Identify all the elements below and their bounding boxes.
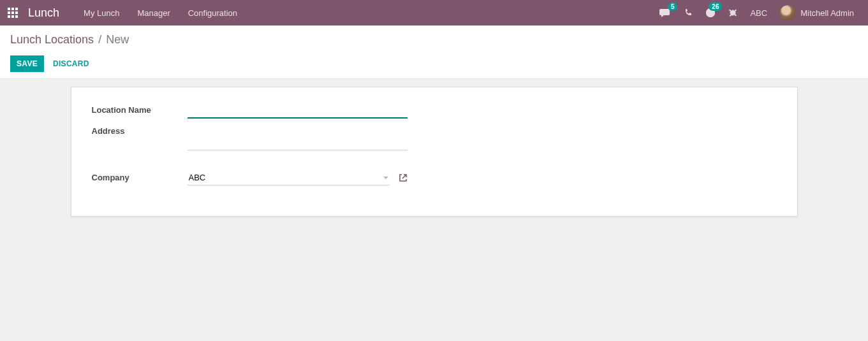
nav-manager[interactable]: Manager — [128, 0, 179, 25]
address-input[interactable] — [188, 124, 408, 150]
button-row: SAVE DISCARD — [10, 55, 858, 72]
activities-icon[interactable]: 26 — [699, 0, 722, 25]
messages-icon[interactable]: 5 — [653, 0, 677, 25]
user-menu[interactable]: Mitchell Admin — [774, 0, 860, 25]
form-sheet: Location Name Address Company — [71, 87, 798, 217]
company-label: ABC — [750, 8, 767, 18]
external-link-icon[interactable] — [399, 173, 408, 182]
nav-right: 5 26 ABC Mitchell Admin — [653, 0, 860, 25]
breadcrumb-parent[interactable]: Lunch Locations — [10, 33, 94, 46]
nav-configuration[interactable]: Configuration — [179, 0, 246, 25]
breadcrumb-separator: / — [98, 33, 101, 46]
nav-left: Lunch My Lunch Manager Configuration — [8, 0, 246, 25]
chevron-down-icon[interactable] — [383, 177, 388, 179]
row-location-name: Location Name — [92, 103, 777, 119]
messages-badge: 5 — [668, 3, 678, 11]
row-company: Company — [92, 170, 777, 185]
nav-my-lunch[interactable]: My Lunch — [75, 0, 128, 25]
label-address: Address — [92, 124, 188, 136]
location-name-input[interactable] — [188, 103, 408, 119]
row-address: Address — [92, 124, 777, 152]
company-input[interactable] — [188, 170, 390, 185]
activities-badge: 26 — [709, 3, 722, 11]
apps-icon[interactable] — [8, 8, 18, 18]
breadcrumb-current: New — [106, 33, 129, 46]
save-button[interactable]: SAVE — [10, 55, 44, 72]
user-name: Mitchell Admin — [800, 8, 854, 18]
discard-button[interactable]: DISCARD — [47, 55, 96, 72]
content-area: Location Name Address Company — [0, 79, 868, 224]
label-location-name: Location Name — [92, 103, 188, 115]
avatar — [780, 5, 795, 20]
breadcrumb: Lunch Locations / New — [10, 33, 858, 47]
label-company: Company — [92, 170, 188, 182]
phone-icon[interactable] — [677, 0, 699, 25]
debug-icon[interactable] — [722, 0, 744, 25]
nav-brand[interactable]: Lunch — [28, 6, 59, 20]
navbar: Lunch My Lunch Manager Configuration 5 2… — [0, 0, 868, 25]
control-panel: Lunch Locations / New SAVE DISCARD — [0, 25, 868, 79]
company-switcher[interactable]: ABC — [744, 0, 774, 25]
